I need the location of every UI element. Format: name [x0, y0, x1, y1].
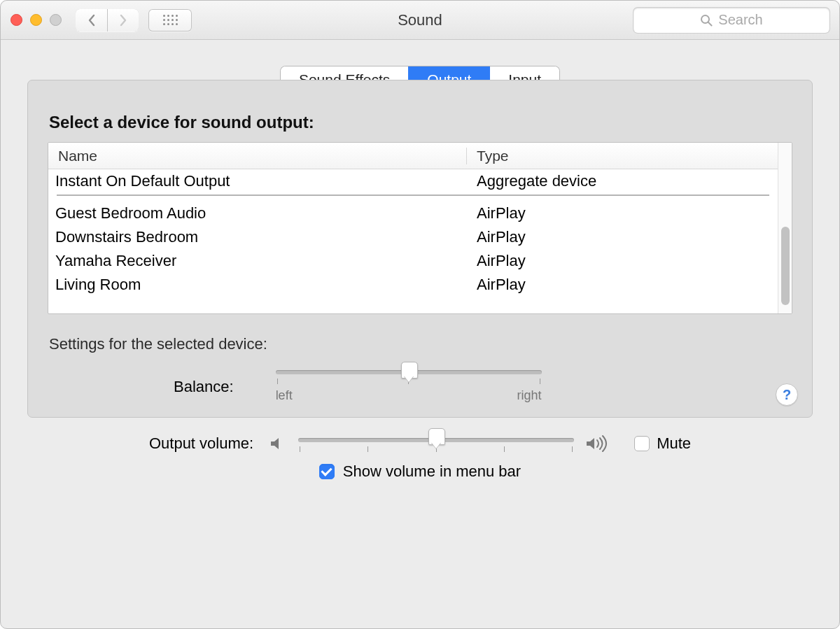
back-button[interactable]	[76, 9, 107, 31]
content-area: Sound Effects Output Input Select a devi…	[1, 40, 839, 628]
balance-row: Balance: left right	[174, 370, 792, 403]
slider-thumb[interactable]	[428, 428, 444, 449]
show-volume-menubar-row: Show volume in menu bar	[54, 462, 786, 481]
output-volume-row: Output volume:	[54, 434, 786, 453]
svg-line-1	[708, 22, 712, 26]
help-button[interactable]: ?	[776, 383, 798, 406]
show-volume-menubar-label: Show volume in menu bar	[343, 462, 521, 481]
device-type: AirPlay	[467, 228, 778, 246]
grid-icon	[163, 15, 178, 25]
question-mark-icon: ?	[783, 387, 791, 403]
device-name: Living Room	[48, 276, 467, 294]
speaker-low-icon	[269, 434, 287, 453]
device-name: Instant On Default Output	[48, 172, 467, 190]
slider-end-labels: left right	[276, 388, 542, 403]
device-table-header: Name Type	[48, 143, 778, 169]
column-header-name[interactable]: Name	[48, 148, 467, 164]
show-all-button[interactable]	[148, 9, 192, 31]
output-volume-slider[interactable]	[298, 435, 574, 452]
close-window-button[interactable]	[10, 14, 22, 26]
search-icon	[700, 14, 713, 27]
search-input[interactable]: Search	[634, 8, 830, 33]
device-type: AirPlay	[467, 252, 778, 270]
mute-control: Mute	[634, 434, 691, 453]
device-table: Name Type Instant On Default Output Aggr…	[48, 142, 792, 314]
balance-slider[interactable]: left right	[276, 370, 542, 403]
device-type: AirPlay	[467, 204, 778, 222]
show-volume-menubar-checkbox[interactable]	[319, 464, 335, 479]
table-separator	[57, 195, 769, 196]
device-name: Yamaha Receiver	[48, 252, 467, 270]
device-type: AirPlay	[467, 276, 778, 294]
sound-preferences-window: Sound Search Sound Effects Output Input …	[0, 0, 840, 629]
search-placeholder: Search	[718, 12, 762, 28]
settings-label: Settings for the selected device:	[49, 335, 792, 353]
zoom-window-button[interactable]	[50, 14, 62, 26]
device-table-rows: Instant On Default Output Aggregate devi…	[48, 169, 778, 313]
slider-thumb[interactable]	[401, 362, 416, 383]
table-row[interactable]: Living Room AirPlay	[48, 273, 778, 297]
speaker-high-icon	[585, 434, 610, 453]
balance-right-label: right	[517, 388, 542, 403]
device-table-scrollbar[interactable]	[778, 143, 792, 313]
output-panel: Select a device for sound output: Name T…	[27, 80, 813, 418]
device-type: Aggregate device	[467, 172, 778, 190]
mute-label: Mute	[657, 434, 691, 453]
table-row[interactable]: Guest Bedroom Audio AirPlay	[48, 202, 778, 225]
device-table-main: Name Type Instant On Default Output Aggr…	[48, 143, 778, 313]
forward-button[interactable]	[107, 9, 139, 31]
output-volume-label: Output volume:	[149, 434, 253, 453]
scrollbar-thumb[interactable]	[781, 227, 790, 305]
table-row[interactable]: Instant On Default Output Aggregate devi…	[48, 169, 778, 193]
mute-checkbox[interactable]	[634, 436, 650, 451]
panel-heading: Select a device for sound output:	[49, 113, 792, 132]
nav-back-forward	[76, 9, 139, 31]
titlebar: Sound Search	[1, 1, 839, 40]
table-row[interactable]: Downstairs Bedroom AirPlay	[48, 225, 778, 249]
minimize-window-button[interactable]	[30, 14, 42, 26]
window-controls	[10, 14, 62, 26]
device-name: Guest Bedroom Audio	[48, 204, 467, 222]
footer: Output volume:	[27, 418, 813, 495]
device-name: Downstairs Bedroom	[48, 228, 467, 246]
balance-left-label: left	[276, 388, 293, 403]
balance-label: Balance:	[174, 378, 234, 396]
table-row[interactable]: Yamaha Receiver AirPlay	[48, 249, 778, 273]
column-header-type[interactable]: Type	[467, 148, 778, 164]
